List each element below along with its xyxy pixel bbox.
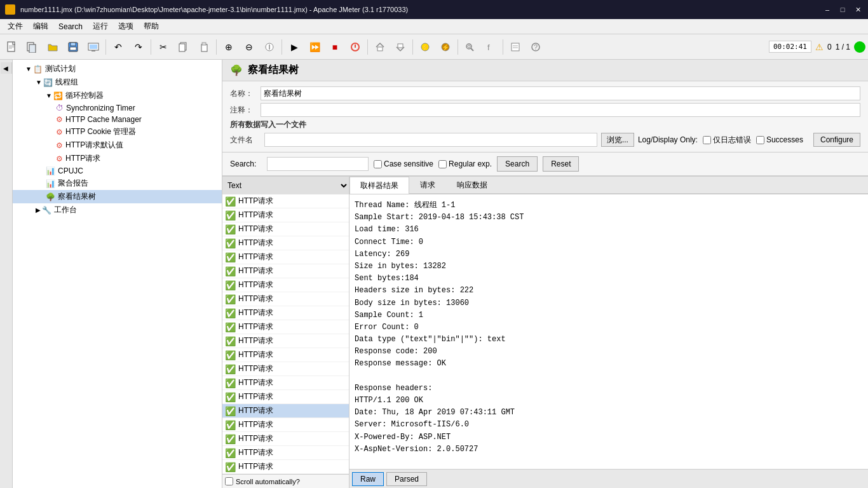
tab-sampler-result[interactable]: 取样器结果 — [349, 177, 409, 194]
sidebar-item-loop[interactable]: ▼ 🔁 循环控制器 — [13, 89, 222, 102]
summary-button[interactable] — [506, 37, 525, 57]
raw-button[interactable]: Raw — [352, 472, 384, 486]
paste-button[interactable] — [194, 37, 214, 57]
menu-edit[interactable]: 编辑 — [28, 19, 53, 34]
result-item[interactable]: ✅HTTP请求 — [222, 418, 349, 432]
log-options: Log/Display Only: 仅日志错误 Successes Config… — [638, 133, 860, 147]
text-dropdown[interactable]: Text — [222, 177, 349, 194]
log-display-label: Log/Display Only: — [638, 135, 698, 144]
close-button[interactable]: ✕ — [853, 4, 863, 15]
result-item[interactable]: ✅HTTP请求 — [222, 306, 349, 320]
menu-help[interactable]: 帮助 — [139, 19, 164, 34]
svg-line-28 — [471, 48, 473, 51]
result-check-icon: ✅ — [225, 196, 236, 207]
result-item[interactable]: ✅HTTP请求 — [222, 446, 349, 460]
browse-button[interactable]: 浏览... — [601, 133, 634, 147]
sidebar-item-http-default[interactable]: ⚙ HTTP请求默认值 — [13, 139, 222, 152]
result-item[interactable]: ✅HTTP请求 — [222, 292, 349, 306]
result-item[interactable]: ✅HTTP请求 — [222, 460, 349, 474]
reset-button[interactable]: Reset — [543, 156, 579, 172]
collapse-button[interactable]: ⊖ — [240, 37, 259, 57]
sidebar-item-test-plan[interactable]: ▼ 📋 测试计划 — [13, 62, 222, 76]
comment-input[interactable] — [261, 103, 860, 117]
sidebar-item-workbench[interactable]: ▶ 🔧 工作台 — [13, 203, 222, 217]
menu-run[interactable]: 运行 — [88, 19, 113, 34]
sidebar-item-cpujc[interactable]: 📊 CPUJC — [13, 165, 222, 177]
result-item[interactable]: ✅HTTP请求 — [222, 376, 349, 390]
copy-button[interactable] — [174, 37, 193, 57]
result-item[interactable]: ✅HTTP请求 — [222, 320, 349, 334]
result-item[interactable]: ✅HTTP请求 — [222, 236, 349, 250]
clear-all-button[interactable]: ⚡ — [436, 37, 455, 57]
sidebar-label: HTTP请求默认值 — [65, 140, 123, 151]
cpujc-icon: 📊 — [46, 166, 55, 175]
new-button[interactable] — [3, 37, 22, 57]
expand-button[interactable]: ⊕ — [219, 37, 238, 57]
result-item[interactable]: ✅HTTP请求 — [222, 334, 349, 348]
sidebar-item-cache[interactable]: ⚙ HTTP Cache Manager — [13, 114, 222, 125]
toggle-button[interactable] — [260, 37, 279, 57]
minimize-button[interactable]: – — [822, 4, 832, 15]
save-screen-button[interactable] — [84, 37, 103, 57]
case-sensitive-option[interactable]: Case sensitive — [374, 159, 433, 168]
detail-line: Server: Microsoft-IIS/6.0 — [355, 419, 863, 431]
remote-stop-button[interactable] — [391, 37, 410, 57]
remote-start-button[interactable] — [370, 37, 390, 57]
save-button[interactable] — [64, 37, 83, 57]
templates-button[interactable] — [23, 37, 42, 57]
menu-options[interactable]: 选项 — [113, 19, 139, 34]
successes-option[interactable]: Successes — [756, 135, 803, 144]
sidebar-item-http-request[interactable]: ⚙ HTTP请求 — [13, 152, 222, 165]
tab-response-data[interactable]: 响应数据 — [446, 177, 498, 193]
tab-request[interactable]: 请求 — [409, 177, 446, 193]
search-button[interactable]: Search — [497, 156, 538, 172]
results-area: Text ✅HTTP请求✅HTTP请求✅HTTP请求✅HTTP请求✅HTTP请求… — [222, 176, 868, 488]
result-item[interactable]: ✅HTTP请求 — [222, 432, 349, 446]
menu-search[interactable]: Search — [53, 19, 88, 34]
result-item[interactable]: ✅HTTP请求 — [222, 194, 349, 208]
search-input[interactable] — [267, 157, 369, 171]
result-item[interactable]: ✅HTTP请求 — [222, 404, 349, 418]
clear-button[interactable]: ⚡ — [416, 37, 435, 57]
function-button[interactable]: f — [481, 37, 500, 57]
result-item[interactable]: ✅HTTP请求 — [222, 208, 349, 222]
start-button[interactable]: ▶ — [285, 37, 304, 57]
maximize-button[interactable]: □ — [837, 4, 848, 15]
sidebar-item-sync-timer[interactable]: ⏱ Synchronizing Timer — [13, 102, 222, 114]
sidebar-item-cookie[interactable]: ⚙ HTTP Cookie 管理器 — [13, 125, 222, 139]
result-item[interactable]: ✅HTTP请求 — [222, 264, 349, 278]
open-button[interactable] — [43, 37, 62, 57]
start-delayed-button[interactable]: ⏩ — [305, 37, 324, 57]
nav-arrow-1[interactable]: ◀ — [1, 62, 12, 74]
file-input[interactable] — [264, 133, 597, 147]
menu-file[interactable]: 文件 — [3, 19, 28, 34]
result-item[interactable]: ✅HTTP请求 — [222, 278, 349, 292]
scroll-auto-checkbox[interactable] — [225, 477, 233, 485]
sidebar-item-results-tree[interactable]: 🌳 察看结果树 — [13, 190, 222, 203]
log-error-checkbox[interactable] — [703, 136, 711, 144]
regex-checkbox[interactable] — [438, 160, 447, 168]
result-item[interactable]: ✅HTTP请求 — [222, 390, 349, 404]
sidebar-label: 聚合报告 — [58, 178, 88, 189]
spy-button[interactable] — [461, 37, 480, 57]
cut-button[interactable]: ✂ — [154, 37, 173, 57]
regex-option[interactable]: Regular exp. — [438, 159, 492, 168]
name-input[interactable] — [261, 86, 860, 100]
result-item[interactable]: ✅HTTP请求 — [222, 222, 349, 236]
case-sensitive-checkbox[interactable] — [374, 160, 382, 168]
parsed-button[interactable]: Parsed — [386, 472, 427, 486]
help-button[interactable]: ? — [526, 37, 545, 57]
redo-button[interactable]: ↷ — [129, 37, 148, 57]
result-item[interactable]: ✅HTTP请求 — [222, 348, 349, 362]
stop-button[interactable]: ■ — [325, 37, 344, 57]
sidebar-item-thread-group[interactable]: ▼ 🔄 线程组 — [13, 76, 222, 89]
window-title: number1111.jmx (D:\win7zhuomian\Desktop\… — [20, 6, 822, 13]
shutdown-button[interactable] — [346, 37, 365, 57]
successes-checkbox[interactable] — [756, 136, 764, 144]
undo-button[interactable]: ↶ — [109, 37, 128, 57]
configure-button[interactable]: Configure — [813, 133, 860, 147]
sidebar-item-agg[interactable]: 📊 聚合报告 — [13, 177, 222, 190]
result-item[interactable]: ✅HTTP请求 — [222, 362, 349, 376]
result-item[interactable]: ✅HTTP请求 — [222, 250, 349, 264]
log-error-option[interactable]: 仅日志错误 — [703, 135, 751, 146]
